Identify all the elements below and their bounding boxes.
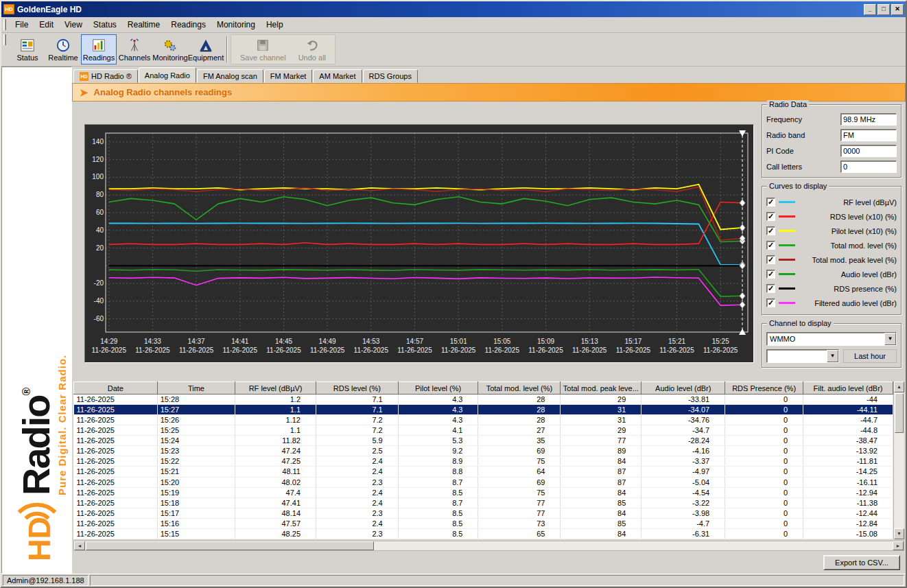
horizontal-scrollbar[interactable]: ◄ ► <box>73 541 904 551</box>
menu-monitoring[interactable]: Monitoring <box>211 18 261 32</box>
menu-view[interactable]: View <box>59 18 88 32</box>
menu-help[interactable]: Help <box>261 18 289 32</box>
scroll-left-icon[interactable]: ◄ <box>74 541 85 550</box>
period-select[interactable]: ▼ <box>766 349 839 363</box>
table-row[interactable]: 11-26-202515:281.27.14.32829-33.810-44 <box>74 395 893 405</box>
undo-all-button[interactable]: Undo all <box>292 35 332 64</box>
table-row[interactable]: 11-26-202515:271.17.14.32831-34.070-44.1… <box>74 405 893 415</box>
column-header[interactable]: Total mod. level (%) <box>478 382 561 395</box>
table-row[interactable]: 11-26-202515:1548.252.38.56584-6.310-15.… <box>74 528 893 539</box>
title-bar[interactable]: HD GoldenEagle HD _ □ ✕ <box>1 1 906 17</box>
menu-readings[interactable]: Readings <box>165 18 211 32</box>
svg-text:11-26-2025: 11-26-2025 <box>310 346 345 354</box>
table-cell: -44.8 <box>803 425 893 436</box>
column-header[interactable]: RDS level (%) <box>316 382 399 395</box>
menu-realtime[interactable]: Realtime <box>122 18 165 32</box>
tab-analog-radio[interactable]: Analog Radio <box>139 67 196 83</box>
maximize-button[interactable]: □ <box>877 4 890 15</box>
table-row[interactable]: 11-26-202515:2247.252.48.97584-3.370-11.… <box>74 456 893 467</box>
channels-button[interactable]: Channels <box>117 34 152 64</box>
minimize-button[interactable]: _ <box>864 4 876 15</box>
table-cell: -4.16 <box>641 446 725 456</box>
svg-text:11-26-2025: 11-26-2025 <box>266 346 301 354</box>
table-cell: -44.7 <box>803 415 893 425</box>
tab-fm-analog-scan[interactable]: FM Analog scan <box>197 69 263 83</box>
channel-select[interactable]: WMMO ▼ <box>766 332 897 346</box>
curve-checkbox[interactable]: ✓ <box>766 284 775 293</box>
tab-rds-groups[interactable]: RDS Groups <box>363 69 418 83</box>
table-cell: 31 <box>561 405 641 415</box>
curve-legend-row: ✓Total mod. peak level (%) <box>766 252 897 267</box>
table-row[interactable]: 11-26-202515:2411.825.95.33577-28.240-38… <box>74 436 893 446</box>
curve-checkbox[interactable]: ✓ <box>766 255 775 264</box>
scroll-right-icon[interactable]: ► <box>893 541 904 550</box>
toolbar-grip[interactable] <box>3 19 6 30</box>
export-csv-button[interactable]: Export to CSV... <box>823 555 900 570</box>
save-channel-button[interactable]: Save channel <box>234 35 292 64</box>
table-cell: 8.5 <box>398 518 478 528</box>
svg-text:11-26-2025: 11-26-2025 <box>659 346 694 354</box>
chevron-down-icon[interactable]: ▼ <box>827 350 838 362</box>
table-cell: 15:27 <box>157 405 235 415</box>
column-header[interactable]: RF level (dBµV) <box>235 382 316 395</box>
curve-checkbox[interactable]: ✓ <box>766 212 775 221</box>
readings-button[interactable]: Readings <box>81 34 117 64</box>
tab-fm-market[interactable]: FM Market <box>264 69 313 83</box>
pi-code-field[interactable]: 0000 <box>840 145 897 157</box>
realtime-button[interactable]: Realtime <box>45 34 81 64</box>
call-letters-field[interactable]: 0 <box>840 161 897 173</box>
table-cell: 7.2 <box>316 415 399 425</box>
tab-hd-radio[interactable]: HD HD Radio ® <box>73 69 138 83</box>
readings-table: DateTimeRF level (dBµV)RDS level (%)Pilo… <box>73 381 893 539</box>
scroll-down-icon[interactable]: ▼ <box>894 528 904 539</box>
column-header[interactable]: Pilot level (%) <box>398 382 478 395</box>
table-cell: -34.76 <box>641 415 725 425</box>
table-row[interactable]: 11-26-202515:1847.412.48.77785-3.220-11.… <box>74 497 893 508</box>
menu-edit[interactable]: Edit <box>34 18 59 32</box>
tab-label: RDS Groups <box>369 72 412 80</box>
equipment-button[interactable]: Equipment <box>188 34 224 64</box>
channel-group: Channel to display WMMO ▼ ▼ Last hour <box>762 323 902 368</box>
table-row[interactable]: 11-26-202515:2148.112.48.86487-4.970-14.… <box>74 467 893 477</box>
chevron-down-icon[interactable]: ▼ <box>884 333 896 345</box>
menu-file[interactable]: File <box>10 18 34 32</box>
column-header[interactable]: Date <box>74 382 158 395</box>
menu-status[interactable]: Status <box>88 18 122 32</box>
scroll-up-icon[interactable]: ▲ <box>894 381 904 392</box>
svg-text:11-26-2025: 11-26-2025 <box>703 346 738 354</box>
frequency-field[interactable]: 98.9 MHz <box>840 113 897 126</box>
monitoring-button-label: Monitoring <box>152 54 187 62</box>
readings-chart[interactable]: 14:2911-26-202514:3311-26-202514:3711-26… <box>84 124 754 363</box>
table-cell: 0 <box>725 477 803 487</box>
column-header[interactable]: Total mod. peak leve... <box>561 382 641 395</box>
curve-checkbox[interactable]: ✓ <box>766 198 775 207</box>
monitoring-icon <box>163 38 178 53</box>
column-header[interactable]: RDS Presence (%) <box>725 382 803 395</box>
table-row[interactable]: 11-26-202515:251.17.24.12729-34.70-44.8 <box>74 425 893 436</box>
scrollbar-thumb[interactable] <box>895 393 904 433</box>
vertical-scrollbar[interactable]: ▲ ▼ <box>893 381 904 539</box>
curve-checkbox[interactable]: ✓ <box>766 298 775 307</box>
radio-band-field[interactable]: FM <box>840 129 897 141</box>
tab-am-market[interactable]: AM Market <box>313 69 362 83</box>
table-cell: 1.1 <box>235 405 316 415</box>
status-button[interactable]: Status <box>10 34 45 64</box>
table-row[interactable]: 11-26-202515:261.127.24.32831-34.760-44.… <box>74 415 893 425</box>
table-row[interactable]: 11-26-202515:1647.572.48.57385-4.70-12.8… <box>74 518 893 528</box>
table-cell: -6.31 <box>641 528 725 539</box>
table-row[interactable]: 11-26-202515:1748.142.38.57784-3.980-12.… <box>74 508 893 518</box>
column-header[interactable]: Audio level (dBr) <box>641 382 725 395</box>
table-row[interactable]: 11-26-202515:1947.42.48.57584-4.540-12.9… <box>74 487 893 497</box>
curve-checkbox[interactable]: ✓ <box>766 226 775 235</box>
last-hour-button[interactable]: Last hour <box>843 349 897 363</box>
curve-checkbox[interactable]: ✓ <box>766 241 775 250</box>
table-row[interactable]: 11-26-202515:2347.242.59.26989-4.160-13.… <box>74 446 893 456</box>
scrollbar-thumb[interactable] <box>86 541 374 550</box>
column-header[interactable]: Time <box>157 382 235 395</box>
close-button[interactable]: ✕ <box>891 4 904 15</box>
table-row[interactable]: 11-26-202515:2048.022.38.76987-5.040-16.… <box>74 477 893 487</box>
monitoring-button[interactable]: Monitoring <box>152 34 188 64</box>
curve-checkbox[interactable]: ✓ <box>766 270 775 279</box>
column-header[interactable]: Filt. audio level (dBr) <box>803 382 893 395</box>
toolbar-grip[interactable] <box>3 34 6 45</box>
